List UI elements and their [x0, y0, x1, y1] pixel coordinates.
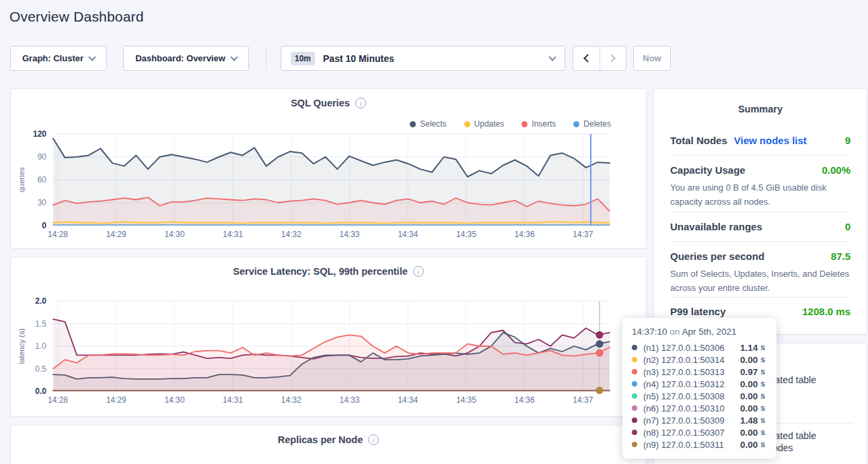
- time-step-forward-button[interactable]: [600, 46, 626, 70]
- summary-row-p99-latency: P99 latency 1208.0 ms: [670, 306, 851, 317]
- tooltip-node-unit: s: [760, 355, 765, 364]
- tooltip-node-label: (n1) 127.0.0.1:50306: [643, 343, 740, 353]
- tooltip-node-label: (n5) 127.0.0.1:50308: [643, 391, 740, 401]
- summary-row-queries-per-second: Queries per second 87.5 Sum of Selects, …: [670, 251, 851, 295]
- summary-row-unavailable-ranges: Unavailable ranges 0: [670, 221, 851, 232]
- series-color-dot: [632, 357, 637, 362]
- svg-text:120: 120: [33, 129, 46, 139]
- time-step-back-button[interactable]: [573, 46, 600, 70]
- sql-queries-title-text: SQL Queries: [291, 98, 350, 108]
- info-icon[interactable]: i: [355, 98, 366, 108]
- tooltip-node-value: 0.00: [740, 428, 758, 438]
- graph-dropdown-label: Graph: Cluster: [22, 53, 83, 63]
- chart-hover-tooltip: 14:37:10 on Apr 5th, 2021 (n1) 127.0.0.1…: [622, 318, 776, 459]
- divider: [670, 297, 851, 298]
- sql-queries-chart[interactable]: 14:2814:2914:3014:3114:3214:3314:3414:35…: [11, 89, 646, 248]
- tooltip-node-value: 0.97: [740, 367, 758, 377]
- service-latency-panel: Service Latency: SQL, 99th percentile i …: [10, 257, 647, 417]
- time-range-dropdown[interactable]: 10m Past 10 Minutes: [281, 46, 565, 71]
- legend-dot: [573, 121, 579, 127]
- summary-label: Unavailable ranges: [670, 221, 762, 232]
- svg-text:14:35: 14:35: [456, 230, 476, 239]
- tooltip-node-row: (n6) 127.0.0.1:503100.00s: [632, 402, 767, 414]
- service-latency-chart[interactable]: 14:2814:2914:3014:3114:3214:3314:3414:35…: [11, 257, 646, 416]
- svg-text:latency (s): latency (s): [17, 328, 26, 364]
- replicas-per-node-panel: Replicas per Node i: [10, 425, 647, 464]
- tooltip-node-value: 0.00: [740, 440, 758, 450]
- legend-dot: [464, 121, 470, 127]
- summary-row-capacity-usage: Capacity Usage 0.00% You are using 0 B o…: [670, 164, 851, 209]
- tooltip-node-label: (n7) 127.0.0.1:50309: [643, 416, 740, 426]
- legend-label: Updates: [474, 119, 505, 129]
- series-color-dot: [632, 418, 637, 423]
- tooltip-node-unit: s: [760, 367, 765, 376]
- svg-text:14:36: 14:36: [515, 230, 535, 239]
- svg-text:1.0: 1.0: [35, 341, 46, 351]
- now-button[interactable]: Now: [633, 46, 671, 71]
- dashboard-dropdown[interactable]: Dashboard: Overview: [123, 46, 249, 71]
- legend-label: Selects: [420, 119, 446, 129]
- sql-queries-panel: SQL Queries i SelectsUpdatesInsertsDelet…: [10, 88, 647, 248]
- chevron-down-icon: [548, 53, 556, 61]
- now-button-label: Now: [643, 53, 661, 63]
- svg-text:14:30: 14:30: [164, 230, 184, 239]
- tooltip-node-row: (n9) 127.0.0.1:503110.00s: [632, 438, 767, 451]
- legend-label: Inserts: [532, 119, 556, 129]
- tooltip-node-row: (n1) 127.0.0.1:503061.14s: [632, 341, 767, 354]
- tooltip-rows: (n1) 127.0.0.1:503061.14s(n2) 127.0.0.1:…: [632, 341, 767, 451]
- tooltip-node-row: (n5) 127.0.0.1:503080.00s: [632, 390, 767, 402]
- sql-queries-legend: SelectsUpdatesInsertsDeletes: [410, 119, 611, 129]
- page-title: Overview Dashboard: [9, 9, 144, 25]
- legend-item-updates[interactable]: Updates: [464, 119, 505, 129]
- series-color-dot: [632, 393, 637, 399]
- dashboard-dropdown-label: Dashboard: Overview: [135, 53, 225, 63]
- series-color-dot: [632, 442, 637, 447]
- legend-item-inserts[interactable]: Inserts: [521, 119, 556, 129]
- tooltip-node-value: 1.14: [740, 343, 758, 353]
- svg-text:0.0: 0.0: [35, 387, 46, 396]
- tooltip-time: 14:37:10: [632, 327, 667, 337]
- summary-value: 87.5: [831, 251, 851, 262]
- summary-value: 0: [845, 221, 851, 232]
- chevron-left-icon: [583, 54, 592, 63]
- chevron-down-icon: [88, 53, 96, 61]
- tooltip-node-label: (n3) 127.0.0.1:50313: [643, 367, 740, 377]
- service-latency-title-text: Service Latency: SQL, 99th percentile: [233, 266, 408, 277]
- svg-text:14:31: 14:31: [223, 395, 243, 405]
- svg-text:14:33: 14:33: [339, 395, 359, 405]
- legend-item-selects[interactable]: Selects: [410, 119, 446, 129]
- svg-text:14:28: 14:28: [48, 230, 68, 239]
- info-icon[interactable]: i: [413, 266, 424, 277]
- svg-text:14:28: 14:28: [48, 395, 68, 405]
- svg-text:14:34: 14:34: [398, 395, 418, 405]
- series-color-dot: [632, 430, 637, 435]
- legend-item-deletes[interactable]: Deletes: [573, 119, 611, 129]
- svg-text:14:37: 14:37: [573, 395, 593, 405]
- info-icon[interactable]: i: [368, 434, 379, 445]
- svg-text:14:37: 14:37: [573, 230, 593, 239]
- summary-description: You are using 0 B of 4.5 GiB usable disk…: [670, 180, 851, 209]
- legend-label: Deletes: [583, 119, 611, 129]
- svg-text:queries: queries: [17, 167, 26, 193]
- summary-description: Sum of Selects, Updates, Inserts, and De…: [670, 267, 851, 295]
- svg-text:14:30: 14:30: [164, 395, 184, 405]
- summary-value: 1208.0 ms: [802, 306, 851, 317]
- summary-label: Capacity Usage: [670, 164, 746, 176]
- view-nodes-list-link[interactable]: View nodes list: [734, 135, 807, 146]
- tooltip-node-unit: s: [760, 416, 765, 425]
- tooltip-node-unit: s: [760, 379, 765, 389]
- series-color-dot: [632, 381, 637, 387]
- tooltip-node-value: 0.00: [740, 403, 758, 413]
- tooltip-node-unit: s: [760, 428, 765, 437]
- replicas-per-node-title-text: Replicas per Node: [278, 434, 363, 445]
- tooltip-node-value: 0.00: [740, 379, 758, 389]
- tooltip-node-label: (n8) 127.0.0.1:50307: [643, 428, 740, 438]
- svg-text:14:32: 14:32: [281, 395, 301, 405]
- tooltip-node-label: (n6) 127.0.0.1:50310: [643, 403, 740, 413]
- svg-text:60: 60: [38, 175, 47, 185]
- tooltip-timestamp: 14:37:10 on Apr 5th, 2021: [632, 327, 767, 337]
- svg-text:14:32: 14:32: [281, 230, 301, 239]
- graph-dropdown[interactable]: Graph: Cluster: [10, 46, 107, 71]
- svg-text:30: 30: [38, 198, 47, 207]
- summary-value: 0.00%: [822, 164, 851, 176]
